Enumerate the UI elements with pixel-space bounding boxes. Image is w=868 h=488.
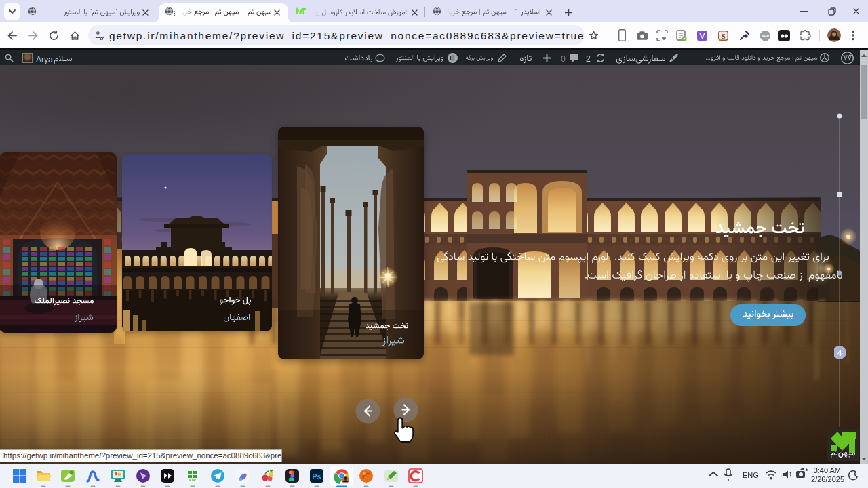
svg-text:FTP: FTP <box>189 478 196 482</box>
svg-text:ENG: ENG <box>743 471 759 479</box>
svg-text:3:40 AM: 3:40 AM <box>814 466 841 474</box>
svg-text:2/26/2025: 2/26/2025 <box>811 475 844 483</box>
svg-text:Ps: Ps <box>312 472 321 481</box>
